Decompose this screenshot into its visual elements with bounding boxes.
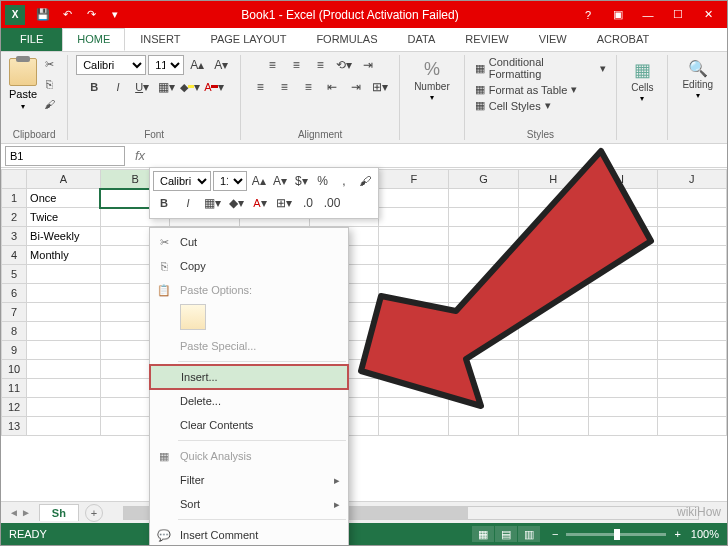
decrease-indent-icon[interactable]: ⇤ (321, 77, 343, 97)
row-header[interactable]: 8 (2, 322, 27, 341)
minimize-icon[interactable]: — (634, 4, 662, 26)
zoom-in-button[interactable]: + (674, 528, 680, 540)
tab-pagelayout[interactable]: PAGE LAYOUT (195, 28, 301, 51)
help-icon[interactable]: ? (574, 4, 602, 26)
ctx-clear-contents[interactable]: Clear Contents (150, 413, 348, 437)
maximize-icon[interactable]: ☐ (664, 4, 692, 26)
row-header[interactable]: 7 (2, 303, 27, 322)
font-name-combo[interactable]: Calibri (76, 55, 146, 75)
mini-fill-color-button[interactable]: ◆▾ (225, 193, 247, 213)
tab-view[interactable]: VIEW (524, 28, 582, 51)
select-all-corner[interactable] (2, 170, 27, 189)
font-size-combo[interactable]: 11 (148, 55, 184, 75)
save-icon[interactable]: 💾 (32, 4, 54, 26)
ctx-filter[interactable]: Filter▸ (150, 468, 348, 492)
tab-home[interactable]: HOME (62, 28, 125, 51)
col-header[interactable]: G (449, 170, 519, 189)
row-header[interactable]: 2 (2, 208, 27, 227)
align-middle-icon[interactable]: ≡ (285, 55, 307, 75)
col-header[interactable]: I (588, 170, 657, 189)
col-header[interactable]: H (518, 170, 588, 189)
undo-icon[interactable]: ↶ (56, 4, 78, 26)
mini-decrease-font-icon[interactable]: A▾ (270, 171, 289, 191)
align-center-icon[interactable]: ≡ (273, 77, 295, 97)
ctx-insert-comment[interactable]: 💬Insert Comment (150, 523, 348, 546)
name-box[interactable] (5, 146, 125, 166)
mini-decimal-inc-icon[interactable]: .0 (297, 193, 319, 213)
view-page-layout-icon[interactable]: ▤ (495, 526, 517, 542)
col-header[interactable]: A (27, 170, 101, 189)
paste-option-1[interactable] (180, 304, 206, 330)
editing-button[interactable]: 🔍 Editing ▾ (676, 55, 719, 104)
mini-percent-icon[interactable]: % (313, 171, 332, 191)
cut-icon[interactable]: ✂ (39, 55, 59, 73)
ctx-insert[interactable]: Insert... (150, 365, 348, 389)
row-header[interactable]: 13 (2, 417, 27, 436)
mini-format-painter-icon[interactable]: 🖌 (356, 171, 375, 191)
mini-bold-button[interactable]: B (153, 193, 175, 213)
cell[interactable]: Bi-Weekly (27, 227, 101, 246)
increase-indent-icon[interactable]: ⇥ (345, 77, 367, 97)
row-header[interactable]: 1 (2, 189, 27, 208)
cell[interactable]: Once (27, 189, 101, 208)
zoom-slider[interactable] (566, 533, 666, 536)
format-as-table-button[interactable]: ▦Format as Table▾ (473, 82, 580, 97)
tab-data[interactable]: DATA (393, 28, 451, 51)
mini-comma-icon[interactable]: , (334, 171, 353, 191)
add-sheet-button[interactable]: + (85, 504, 103, 522)
ctx-sort[interactable]: Sort▸ (150, 492, 348, 516)
tab-review[interactable]: REVIEW (450, 28, 523, 51)
close-icon[interactable]: ✕ (694, 4, 722, 26)
redo-icon[interactable]: ↷ (80, 4, 102, 26)
mini-merge-button[interactable]: ⊞▾ (273, 193, 295, 213)
sheet-nav-next-icon[interactable]: ► (21, 507, 31, 518)
mini-decimal-dec-icon[interactable]: .00 (321, 193, 343, 213)
sheet-nav-prev-icon[interactable]: ◄ (9, 507, 19, 518)
increase-font-icon[interactable]: A▴ (186, 55, 208, 75)
ctx-delete[interactable]: Delete... (150, 389, 348, 413)
italic-button[interactable]: I (107, 77, 129, 97)
decrease-font-icon[interactable]: A▾ (210, 55, 232, 75)
font-color-button[interactable]: A▾ (203, 77, 225, 97)
conditional-formatting-button[interactable]: ▦Conditional Formatting▾ (473, 55, 608, 81)
tab-acrobat[interactable]: ACROBAT (582, 28, 664, 51)
align-left-icon[interactable]: ≡ (249, 77, 271, 97)
row-header[interactable]: 3 (2, 227, 27, 246)
row-header[interactable]: 4 (2, 246, 27, 265)
sheet-tab[interactable]: Sh (39, 504, 79, 521)
cells-button[interactable]: ▦ Cells ▾ (625, 55, 659, 107)
qat-customize-icon[interactable]: ▾ (104, 4, 126, 26)
orientation-icon[interactable]: ⟲▾ (333, 55, 355, 75)
ribbon-options-icon[interactable]: ▣ (604, 4, 632, 26)
row-header[interactable]: 6 (2, 284, 27, 303)
border-button[interactable]: ▦▾ (155, 77, 177, 97)
ctx-copy[interactable]: ⎘Copy (150, 254, 348, 278)
tab-formulas[interactable]: FORMULAS (301, 28, 392, 51)
tab-file[interactable]: FILE (1, 28, 62, 51)
merge-icon[interactable]: ⊞▾ (369, 77, 391, 97)
mini-increase-font-icon[interactable]: A▴ (249, 171, 268, 191)
wrap-text-icon[interactable]: ⇥ (357, 55, 379, 75)
row-header[interactable]: 5 (2, 265, 27, 284)
mini-italic-button[interactable]: I (177, 193, 199, 213)
mini-font-color-button[interactable]: A▾ (249, 193, 271, 213)
row-header[interactable]: 12 (2, 398, 27, 417)
ctx-cut[interactable]: ✂Cut (150, 230, 348, 254)
mini-border-button[interactable]: ▦▾ (201, 193, 223, 213)
view-normal-icon[interactable]: ▦ (472, 526, 494, 542)
align-bottom-icon[interactable]: ≡ (309, 55, 331, 75)
row-header[interactable]: 11 (2, 379, 27, 398)
excel-logo-icon[interactable]: X (5, 5, 25, 25)
zoom-level[interactable]: 100% (691, 528, 719, 540)
align-right-icon[interactable]: ≡ (297, 77, 319, 97)
mini-font-combo[interactable]: Calibri (153, 171, 211, 191)
view-page-break-icon[interactable]: ▥ (518, 526, 540, 542)
mini-currency-icon[interactable]: $▾ (292, 171, 311, 191)
format-painter-icon[interactable]: 🖌 (39, 95, 59, 113)
row-header[interactable]: 10 (2, 360, 27, 379)
mini-size-combo[interactable]: 11 (213, 171, 247, 191)
underline-button[interactable]: U▾ (131, 77, 153, 97)
zoom-out-button[interactable]: − (552, 528, 558, 540)
bold-button[interactable]: B (83, 77, 105, 97)
copy-icon[interactable]: ⎘ (39, 75, 59, 93)
